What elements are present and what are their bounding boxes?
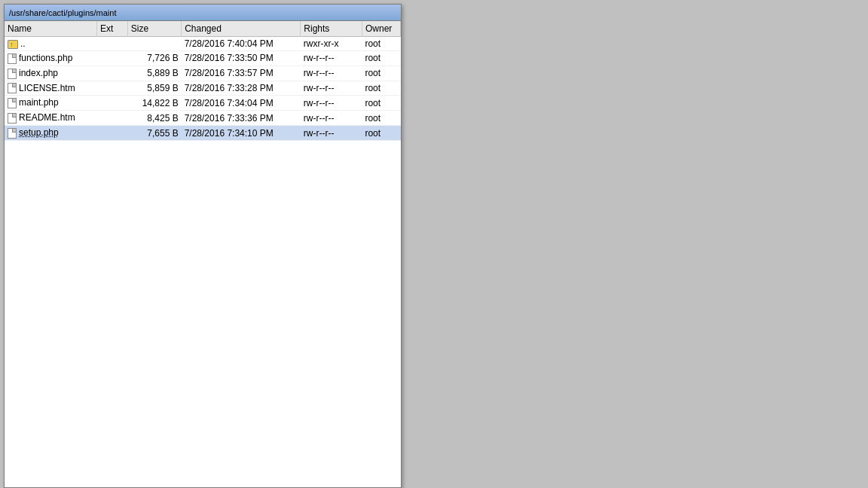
file-rights-cell: rw-r--r-- [301, 111, 362, 126]
file-ext-cell [96, 126, 127, 141]
file-owner-cell: root [362, 66, 400, 81]
file-rights-cell: rw-r--r-- [301, 81, 362, 96]
file-name-label: .. [20, 38, 26, 49]
up-icon [8, 40, 18, 49]
file-size-cell [127, 37, 181, 51]
file-name-label: README.htm [19, 112, 75, 123]
file-changed-cell: 7/28/2016 7:34:04 PM [182, 96, 301, 111]
col-header-changed[interactable]: Changed [182, 21, 301, 37]
file-ext-cell [96, 37, 127, 51]
file-name-cell: functions.php [5, 51, 96, 66]
file-changed-cell: 7/28/2016 7:40:04 PM [182, 37, 301, 51]
file-size-cell: 5,859 B [127, 81, 181, 96]
file-table: Name Ext Size Changed Rights Owner ..7/2… [5, 21, 401, 141]
col-header-name[interactable]: Name [5, 21, 96, 37]
file-name-label: maint.php [19, 97, 59, 108]
table-row[interactable]: README.htm8,425 B7/28/2016 7:33:36 PMrw-… [5, 111, 401, 126]
file-name-label: setup.php [19, 127, 59, 138]
file-owner-cell: root [362, 126, 400, 141]
file-name-cell: LICENSE.htm [5, 81, 96, 96]
file-size-cell: 14,822 B [127, 96, 181, 111]
file-rights-cell: rw-r--r-- [301, 51, 362, 66]
file-rights-cell: rw-r--r-- [301, 66, 362, 81]
title-bar: /usr/share/cacti/plugins/maint [5, 5, 401, 21]
window-title: /usr/share/cacti/plugins/maint [9, 8, 116, 17]
file-owner-cell: root [362, 111, 400, 126]
file-icon [8, 69, 17, 79]
file-ext-cell [96, 96, 127, 111]
file-ext-cell [96, 81, 127, 96]
file-size-cell: 5,889 B [127, 66, 181, 81]
file-owner-cell: root [362, 96, 400, 111]
table-header-row: Name Ext Size Changed Rights Owner [5, 21, 401, 37]
table-row[interactable]: maint.php14,822 B7/28/2016 7:34:04 PMrw-… [5, 96, 401, 111]
file-name-cell: index.php [5, 66, 96, 81]
file-name-cell: README.htm [5, 111, 96, 126]
file-name-label: LICENSE.htm [19, 83, 75, 93]
file-owner-cell: root [362, 51, 400, 66]
file-manager-window: /usr/share/cacti/plugins/maint Name Ext … [4, 4, 402, 488]
file-ext-cell [96, 111, 127, 126]
file-changed-cell: 7/28/2016 7:33:28 PM [182, 81, 301, 96]
table-row[interactable]: setup.php7,655 B7/28/2016 7:34:10 PMrw-r… [5, 126, 401, 141]
file-icon [8, 53, 17, 64]
file-list-container: Name Ext Size Changed Rights Owner ..7/2… [5, 21, 401, 487]
file-name-label: index.php [19, 68, 58, 78]
file-owner-cell: root [362, 81, 400, 96]
file-icon [8, 128, 17, 139]
table-row[interactable]: ..7/28/2016 7:40:04 PMrwxr-xr-xroot [5, 37, 401, 51]
file-name-label: functions.php [19, 53, 72, 63]
table-row[interactable]: index.php5,889 B7/28/2016 7:33:57 PMrw-r… [5, 66, 401, 81]
col-header-rights[interactable]: Rights [301, 21, 362, 37]
col-header-owner[interactable]: Owner [362, 21, 400, 37]
file-name-cell: setup.php [5, 126, 96, 141]
col-header-ext[interactable]: Ext [96, 21, 127, 37]
file-name-cell: maint.php [5, 96, 96, 111]
file-icon [8, 98, 17, 108]
file-size-cell: 8,425 B [127, 111, 181, 126]
table-row[interactable]: functions.php7,726 B7/28/2016 7:33:50 PM… [5, 51, 401, 66]
file-ext-cell [96, 66, 127, 81]
file-name-cell: .. [5, 37, 96, 51]
file-rights-cell: rw-r--r-- [301, 126, 362, 141]
file-icon [8, 113, 17, 124]
col-header-size[interactable]: Size [127, 21, 181, 37]
file-size-cell: 7,655 B [127, 126, 181, 141]
file-rights-cell: rw-r--r-- [301, 96, 362, 111]
file-rights-cell: rwxr-xr-x [301, 37, 362, 51]
file-changed-cell: 7/28/2016 7:33:50 PM [182, 51, 301, 66]
empty-area [5, 141, 401, 487]
file-changed-cell: 7/28/2016 7:33:36 PM [182, 111, 301, 126]
file-changed-cell: 7/28/2016 7:34:10 PM [182, 126, 301, 141]
file-changed-cell: 7/28/2016 7:33:57 PM [182, 66, 301, 81]
file-size-cell: 7,726 B [127, 51, 181, 66]
file-ext-cell [96, 51, 127, 66]
file-icon [8, 83, 17, 93]
table-row[interactable]: LICENSE.htm5,859 B7/28/2016 7:33:28 PMrw… [5, 81, 401, 96]
file-owner-cell: root [362, 37, 400, 51]
